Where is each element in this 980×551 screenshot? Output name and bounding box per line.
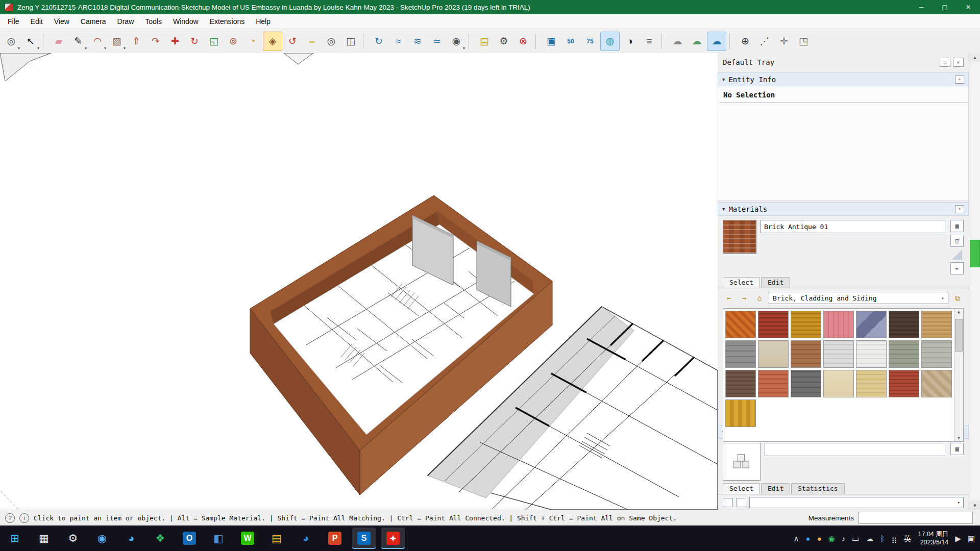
material-swatch-22[interactable]: [725, 399, 756, 427]
materials-header[interactable]: ▼ Materials ✕: [718, 202, 969, 216]
menu-tools[interactable]: Tools: [139, 17, 167, 26]
menu-file[interactable]: File: [2, 17, 25, 26]
menu-edit[interactable]: Edit: [25, 17, 48, 26]
material-swatch-14[interactable]: [921, 340, 952, 368]
menu-extensions[interactable]: Extensions: [204, 17, 250, 26]
zoom-extents-tool[interactable]: ◫: [341, 32, 360, 51]
cylinder-tool[interactable]: ◍: [600, 32, 620, 51]
notification-center-icon[interactable]: ▣: [968, 535, 975, 542]
component-blue-tool[interactable]: ▣: [542, 32, 560, 51]
menu-draw[interactable]: Draw: [112, 17, 140, 26]
measurements-input[interactable]: [859, 512, 973, 524]
orbit-tool[interactable]: ↻: [370, 32, 388, 51]
shapes-tool[interactable]: ▨▾: [108, 32, 126, 51]
scroll-up-icon[interactable]: ▲: [969, 53, 980, 62]
materials-detail-icon[interactable]: ⧉: [951, 292, 964, 304]
material-swatch-18[interactable]: [823, 370, 854, 397]
material-swatch-20[interactable]: [889, 370, 919, 397]
component-nav-button-1[interactable]: [723, 498, 733, 507]
material-swatch-4[interactable]: [823, 311, 854, 338]
details-arrow-icon[interactable]: [952, 249, 962, 260]
geolocation-icon[interactable]: ?: [5, 513, 15, 523]
arc-tool[interactable]: ◠▾: [88, 32, 107, 51]
back-arrow-icon[interactable]: ←: [723, 292, 735, 304]
minimize-button[interactable]: ─: [910, 0, 933, 14]
security-shield-icon[interactable]: ◉: [828, 535, 835, 542]
display-icon[interactable]: ▭: [852, 535, 859, 542]
powerpoint-app[interactable]: P: [323, 528, 347, 549]
component-preview-thumbnail[interactable]: [723, 443, 761, 481]
home-icon[interactable]: ⌂: [753, 292, 766, 304]
cloud-download-tool[interactable]: ☁: [707, 32, 726, 51]
chevron-down-icon[interactable]: ▾: [37, 46, 39, 51]
menu-window[interactable]: Window: [167, 17, 204, 26]
settings-app[interactable]: ⚙: [61, 528, 85, 549]
close-button[interactable]: ✕: [957, 0, 980, 14]
sketchup-app[interactable]: S: [352, 528, 376, 549]
tray-dock-icon[interactable]: ❏: [940, 58, 950, 67]
edge-dev-app[interactable]: ◕: [294, 528, 317, 549]
photos-app[interactable]: ◉: [90, 528, 114, 549]
materials-close-icon[interactable]: ✕: [955, 205, 964, 213]
menu-camera[interactable]: Camera: [75, 17, 112, 26]
maximize-button[interactable]: ▢: [933, 0, 957, 14]
smoove-tool[interactable]: ≃: [428, 32, 446, 51]
cloud-outline-tool[interactable]: ☁: [668, 32, 687, 51]
tab-select[interactable]: Select: [723, 277, 760, 288]
sample-paint-button[interactable]: ✒: [950, 262, 964, 274]
material-swatch-10[interactable]: [791, 340, 821, 368]
in-model-button[interactable]: ◫: [950, 235, 964, 247]
material-swatch-5[interactable]: [856, 311, 887, 338]
collapse-triangle-icon[interactable]: ▼: [722, 207, 725, 212]
zoom-tool[interactable]: ◎: [322, 32, 340, 51]
select-tool[interactable]: ↖▾: [21, 32, 40, 51]
model-background-shape-1[interactable]: [0, 53, 51, 81]
zoom-window-tool[interactable]: ◎▾: [2, 32, 20, 51]
cloud-user-tool[interactable]: ☁: [688, 32, 706, 51]
box-axes-tool[interactable]: ◳: [794, 32, 813, 51]
model-canvas[interactable]: [0, 53, 718, 510]
settings-button[interactable]: ⚙: [495, 32, 513, 51]
account-button[interactable]: ◉▾: [447, 32, 465, 51]
camera-rotate-tool[interactable]: ↺: [283, 32, 302, 51]
wechat-app[interactable]: W: [236, 528, 259, 549]
paint-bucket-tool[interactable]: ◈: [263, 32, 282, 51]
file-explorer-app[interactable]: ▤: [265, 528, 288, 549]
pan-tool[interactable]: ⇔: [303, 32, 321, 51]
eraser-tool[interactable]: ▰: [50, 32, 68, 51]
network-icon[interactable]: ⣶: [892, 535, 897, 542]
blue-app[interactable]: ◧: [207, 528, 230, 549]
material-swatch-9[interactable]: [758, 340, 789, 368]
scroll-up-icon[interactable]: ▲: [958, 310, 960, 314]
material-swatch-17[interactable]: [791, 370, 821, 397]
material-swatch-8[interactable]: [725, 340, 756, 368]
volume-muted-icon[interactable]: ♪: [842, 535, 846, 542]
component-nav-button-2[interactable]: [736, 498, 746, 507]
material-swatch-7[interactable]: [921, 311, 952, 338]
tab-statistics[interactable]: Statistics: [791, 483, 844, 494]
red-app[interactable]: ✦: [381, 528, 405, 549]
swatch-scrollbar[interactable]: ▲ ▼: [954, 309, 963, 441]
viewport-3d[interactable]: [0, 53, 718, 510]
onedrive-icon[interactable]: ☁: [866, 535, 873, 542]
material-swatch-6[interactable]: [889, 311, 919, 338]
components-source-dropdown[interactable]: ▾: [749, 497, 964, 508]
task-view-button[interactable]: ▦: [32, 528, 56, 549]
menu-help[interactable]: Help: [250, 17, 276, 26]
hidden-icons-chevron[interactable]: ∧: [794, 535, 799, 542]
edge-app[interactable]: ◕: [119, 528, 143, 549]
layers-tool[interactable]: ≡: [640, 32, 658, 51]
material-swatch-2[interactable]: [758, 311, 789, 338]
entity-info-header[interactable]: ▼ Entity Info ✕: [718, 72, 969, 86]
material-swatch-15[interactable]: [725, 370, 756, 397]
add-tool[interactable]: ⊕: [736, 32, 754, 51]
input-method-icon[interactable]: ●: [817, 535, 822, 542]
material-swatch-1[interactable]: [725, 311, 756, 338]
language-indicator[interactable]: 英: [904, 535, 912, 542]
contrast-tool[interactable]: ◑: [621, 32, 639, 51]
sandbox-scratch-tool[interactable]: ≋: [408, 32, 427, 51]
bluetooth-icon[interactable]: ᛒ: [880, 535, 885, 542]
tab-edit[interactable]: Edit: [761, 483, 790, 494]
material-swatch-3[interactable]: [791, 311, 821, 338]
tray-scroll-thumb[interactable]: [970, 240, 980, 267]
